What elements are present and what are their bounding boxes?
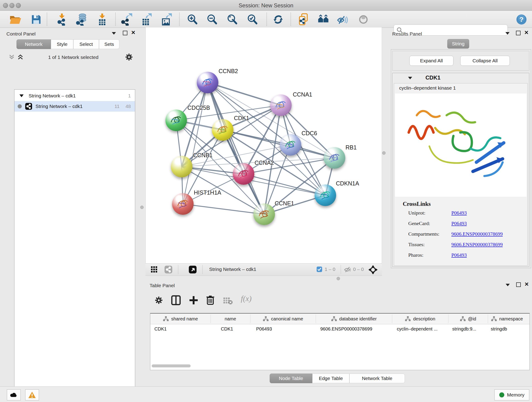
expand-all-networks-icon[interactable] <box>17 54 24 61</box>
uniprot-link[interactable]: P06493 <box>451 210 467 216</box>
network-node-CCNA2[interactable] <box>233 163 254 185</box>
add-column-icon[interactable] <box>189 295 199 306</box>
copy-style-icon[interactable] <box>298 13 310 26</box>
memory-button[interactable]: Memory <box>494 389 529 400</box>
tab-node-table[interactable]: Node Table <box>270 374 312 383</box>
pharos-link[interactable]: P06493 <box>451 252 467 258</box>
network-node-CCNE1[interactable] <box>253 204 275 225</box>
tab-network[interactable]: Network <box>17 39 51 49</box>
import-table-icon[interactable] <box>96 13 108 26</box>
panel-maximize-icon[interactable] <box>516 31 520 35</box>
export-image-icon[interactable] <box>160 13 172 26</box>
panel-maximize-icon[interactable] <box>123 31 127 35</box>
splitter-handle[interactable] <box>336 277 340 280</box>
panel-close-icon[interactable]: ✕ <box>131 31 135 34</box>
horizontal-scrollbar[interactable] <box>152 364 191 367</box>
export-table-icon[interactable] <box>140 13 152 26</box>
zoom-fit-icon[interactable] <box>226 13 238 26</box>
section-collapse-icon[interactable] <box>408 77 412 79</box>
network-node-HIST1H1A[interactable] <box>172 193 194 215</box>
gene-details: cyclin–dependent kinase 1 <box>394 83 528 266</box>
tree-expand-icon[interactable] <box>19 95 24 97</box>
genecard-link[interactable]: P06493 <box>451 220 467 226</box>
import-network-icon[interactable] <box>56 13 68 26</box>
zoom-out-icon[interactable] <box>206 13 218 26</box>
network-node-CDC25B[interactable] <box>165 109 187 131</box>
column-header[interactable]: description <box>392 313 448 324</box>
refresh-icon[interactable] <box>272 13 284 26</box>
column-header[interactable]: database identifier <box>316 313 392 324</box>
network-node-CCNA1[interactable] <box>270 95 292 116</box>
column-header[interactable]: canonical name <box>250 313 316 324</box>
column-header[interactable]: namespace <box>488 313 532 324</box>
cell-canonical-name: P06493 <box>256 326 272 332</box>
delete-column-trash-icon[interactable] <box>206 295 215 306</box>
panel-float-icon[interactable] <box>112 32 116 35</box>
control-panel-title: Control Panel <box>6 31 36 37</box>
footer-separator <box>341 265 341 274</box>
expand-all-button[interactable]: Expand All <box>409 56 453 66</box>
network-row-selected[interactable]: String Network – cdk1 11 48 <box>14 101 135 112</box>
hide-panel-eye-icon[interactable] <box>337 13 349 26</box>
network-node-CDKN1A[interactable] <box>315 185 336 206</box>
column-header[interactable]: shared name <box>150 313 210 324</box>
gene-section: CDK1 cyclin–dependent kinase 1 <box>392 73 529 267</box>
column-header[interactable]: name <box>210 313 250 324</box>
tab-edge-table[interactable]: Edge Table <box>312 374 349 383</box>
protein-ribbon-thumbnail <box>280 134 301 156</box>
table-settings-gear-icon[interactable] <box>154 296 163 306</box>
network-node-RB1[interactable] <box>324 147 345 169</box>
inactive-eye-icon[interactable] <box>357 13 369 26</box>
cloud-button[interactable] <box>7 389 21 400</box>
save-icon[interactable] <box>30 13 42 26</box>
panel-close-icon[interactable]: ✕ <box>524 31 529 34</box>
birdseye-view-icon[interactable] <box>189 265 197 274</box>
function-builder-icon[interactable]: f(x) <box>241 294 252 303</box>
gene-name: CDK1 <box>425 75 440 81</box>
edge-count: 48 <box>126 104 131 109</box>
import-database-icon[interactable] <box>76 13 88 26</box>
collapse-all-button[interactable]: Collapse All <box>460 56 510 66</box>
show-columns-icon[interactable] <box>171 295 181 306</box>
splitter-handle[interactable] <box>140 206 144 209</box>
network-node-CDC6[interactable] <box>280 134 301 156</box>
panel-float-icon[interactable] <box>505 32 510 35</box>
results-buttons-bar: Expand All Collapse All <box>392 51 529 70</box>
footer-separator <box>202 265 203 274</box>
toolbar-separator <box>179 13 180 26</box>
network-collection-row[interactable]: String Network – cdk1 1 <box>14 90 135 101</box>
network-share-icon[interactable] <box>164 265 172 274</box>
tissues-link[interactable]: 9606.ENSP00000378699 <box>451 242 503 248</box>
panel-maximize-icon[interactable] <box>516 282 521 287</box>
warnings-button[interactable] <box>25 389 39 400</box>
panel-close-icon[interactable]: ✕ <box>525 282 529 286</box>
tab-string[interactable]: String <box>447 39 469 49</box>
network-node-CDK1[interactable] <box>212 119 234 141</box>
network-options-gear-icon[interactable] <box>125 53 133 62</box>
hidden-eye-icon[interactable] <box>344 266 352 274</box>
string-home-icon[interactable] <box>317 13 329 26</box>
tab-sets[interactable]: Sets <box>99 39 119 49</box>
network-view-canvas[interactable]: CCNB2CCNA1CDC25BCDK1CDC6RB1CCNB1CCNA2CDK… <box>146 27 382 263</box>
zoom-in-icon[interactable] <box>186 13 198 26</box>
collapse-all-networks-icon[interactable] <box>8 54 15 61</box>
zoom-selected-icon[interactable] <box>247 13 259 26</box>
tab-select[interactable]: Select <box>73 39 99 49</box>
network-node-CCNB1[interactable] <box>171 156 192 177</box>
export-network-icon[interactable] <box>121 13 133 26</box>
fit-content-crosshair-icon[interactable] <box>368 265 378 275</box>
grid-view-icon[interactable]: {g} <box>151 266 158 274</box>
protein-ribbon-thumbnail <box>233 163 254 185</box>
open-folder-icon[interactable] <box>10 13 22 26</box>
splitter-handle[interactable] <box>382 151 386 155</box>
help-icon[interactable]: ? <box>515 13 527 26</box>
column-header[interactable]: @id <box>448 313 488 324</box>
tab-network-table[interactable]: Network Table <box>349 374 405 383</box>
delete-table-icon[interactable] <box>223 297 233 306</box>
panel-float-icon[interactable] <box>506 284 510 286</box>
tab-style[interactable]: Style <box>51 39 73 49</box>
selected-checkbox-icon[interactable] <box>317 266 322 273</box>
network-label: String Network – cdk1 <box>36 104 82 109</box>
network-node-CCNB2[interactable] <box>197 72 218 93</box>
compartments-link[interactable]: 9606.ENSP00000378699 <box>451 231 503 237</box>
